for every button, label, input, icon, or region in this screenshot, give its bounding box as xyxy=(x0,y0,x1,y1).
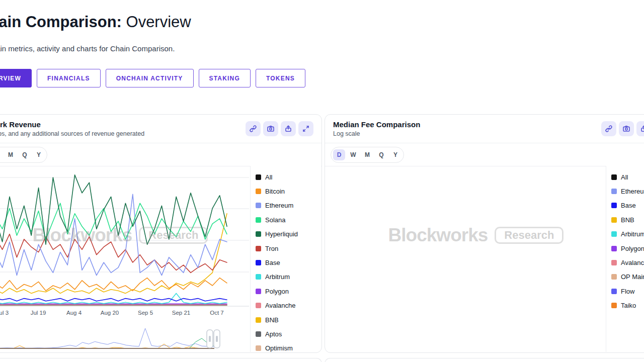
legend-item-polygon[interactable]: Polygon xyxy=(256,284,321,298)
link-icon xyxy=(605,125,613,133)
svg-text:Aug 4: Aug 4 xyxy=(66,310,82,316)
tab-tokens[interactable]: TOKENS xyxy=(256,69,305,87)
legend-item-avalanche[interactable]: Avalanche xyxy=(611,255,644,269)
legend-item-flow[interactable]: Flow xyxy=(611,284,644,298)
time-range-picker: DWMQY xyxy=(331,147,404,163)
legend-item-ethereum[interactable]: Ethereum xyxy=(611,184,644,198)
range-m[interactable]: M xyxy=(361,149,373,160)
range-d[interactable]: D xyxy=(333,149,345,160)
legend-label: Tron xyxy=(265,245,278,252)
card-header: Network Revenue Fees, tips, and any addi… xyxy=(0,115,321,143)
legend-item-ethereum[interactable]: Ethereum xyxy=(256,199,321,213)
legend-label: Base xyxy=(265,259,280,266)
legend-item-base[interactable]: Base xyxy=(611,199,644,213)
legend-item-all[interactable]: All xyxy=(256,170,321,184)
legend-label: Ethereum xyxy=(265,202,293,209)
legend-swatch xyxy=(611,274,617,280)
network-revenue-card: Network Revenue Fees, tips, and any addi… xyxy=(0,114,322,353)
legend-label: Optimism xyxy=(265,344,293,352)
legend-swatch xyxy=(611,246,617,251)
export-icon xyxy=(284,125,292,133)
legend-label: Flow xyxy=(621,288,634,295)
legend-swatch xyxy=(256,189,261,194)
chart-legend: AllBitcoinEthereumSolanaHyperliquidTronB… xyxy=(250,166,321,352)
legend-label: Avalanche xyxy=(265,302,295,309)
export-icon xyxy=(640,125,644,133)
page-title-bold: Chain Comparison: xyxy=(0,13,122,31)
legend-item-bnb[interactable]: BNB xyxy=(611,213,644,227)
legend-label: All xyxy=(621,173,628,181)
screenshot-button[interactable] xyxy=(263,121,278,136)
legend-swatch xyxy=(611,289,617,294)
legend-item-avalanche[interactable]: Avalanche xyxy=(256,299,321,313)
page-title: Chain Comparison: Overview xyxy=(0,13,191,31)
chart-toolbar xyxy=(601,121,644,136)
legend-label: Bitcoin xyxy=(265,188,285,195)
svg-text:Oct 7: Oct 7 xyxy=(210,310,223,316)
legend-swatch xyxy=(256,260,261,265)
camera-icon xyxy=(267,125,275,133)
legend-swatch xyxy=(611,189,617,194)
next-card-left xyxy=(0,358,322,362)
legend-item-aptos[interactable]: Aptos xyxy=(256,327,321,341)
camera-icon xyxy=(622,125,630,133)
legend-item-polygon[interactable]: Polygon xyxy=(611,241,644,255)
chart-subtitle: Fees, tips, and any additional sources o… xyxy=(0,130,144,137)
legend-swatch xyxy=(256,274,261,280)
time-range-picker: DWMQY xyxy=(0,147,47,163)
copy-link-button[interactable] xyxy=(601,121,616,136)
legend-item-tron[interactable]: Tron xyxy=(256,241,321,255)
legend-swatch xyxy=(611,231,617,237)
svg-text:Jul 19: Jul 19 xyxy=(31,310,46,316)
tab-overview[interactable]: OVERVIEW xyxy=(0,69,32,87)
range-q[interactable]: Q xyxy=(19,149,31,160)
svg-text:Jul 3: Jul 3 xyxy=(0,310,9,316)
tab-bar: OVERVIEW FINANCIALS ONCHAIN ACTIVITY STA… xyxy=(0,69,305,87)
legend-item-bnb[interactable]: BNB xyxy=(256,313,321,327)
legend-item-bitcoin[interactable]: Bitcoin xyxy=(256,184,321,198)
range-w[interactable]: W xyxy=(347,149,359,160)
legend-swatch xyxy=(256,246,261,251)
legend-label: Polygon xyxy=(265,288,289,295)
time-range-row: DWMQY xyxy=(0,143,321,166)
legend-label: BNB xyxy=(621,216,634,224)
legend-swatch xyxy=(611,260,617,265)
legend-item-taiko[interactable]: Taiko xyxy=(611,299,644,313)
legend-item-arbitrum[interactable]: Arbitrum xyxy=(256,270,321,284)
legend-swatch xyxy=(611,303,617,308)
median-fee-chart[interactable] xyxy=(325,166,644,352)
legend-swatch xyxy=(256,317,261,323)
legend-item-op-mainnet[interactable]: OP Mainnet xyxy=(611,270,644,284)
tab-onchain-activity[interactable]: ONCHAIN ACTIVITY xyxy=(106,69,194,87)
range-y[interactable]: Y xyxy=(389,149,401,160)
legend-label: Arbitrum xyxy=(265,273,290,281)
chart-toolbar xyxy=(246,121,313,136)
export-data-button[interactable] xyxy=(281,121,296,136)
page-subtitle: Chain metrics, activity and charts for C… xyxy=(0,44,175,53)
legend-item-hyperliquid[interactable]: Hyperliquid xyxy=(256,227,321,241)
legend-item-arbitrum[interactable]: Arbitrum xyxy=(611,227,644,241)
legend-swatch xyxy=(256,231,261,237)
svg-text:Sep 21: Sep 21 xyxy=(172,310,190,316)
expand-button[interactable] xyxy=(298,121,313,136)
copy-link-button[interactable] xyxy=(246,121,261,136)
svg-text:Sep 5: Sep 5 xyxy=(138,310,153,316)
tab-staking[interactable]: STAKING xyxy=(199,69,251,87)
legend-item-solana[interactable]: Solana xyxy=(256,213,321,227)
card-header: Median Fee Comparison Log scale xyxy=(325,115,644,143)
range-q[interactable]: Q xyxy=(375,149,387,160)
expand-icon xyxy=(302,125,310,133)
range-w[interactable]: W xyxy=(0,149,3,160)
legend-swatch xyxy=(256,217,261,223)
range-m[interactable]: M xyxy=(5,149,17,160)
range-y[interactable]: Y xyxy=(33,149,45,160)
screenshot-button[interactable] xyxy=(619,121,634,136)
chart-title: Network Revenue xyxy=(0,120,41,129)
legend-item-all[interactable]: All xyxy=(611,170,644,184)
legend-item-base[interactable]: Base xyxy=(256,255,321,269)
export-data-button[interactable] xyxy=(636,121,644,136)
tab-financials[interactable]: FINANCIALS xyxy=(37,69,101,87)
legend-label: Solana xyxy=(265,216,285,224)
legend-label: Aptos xyxy=(265,330,282,338)
legend-item-optimism[interactable]: Optimism xyxy=(256,341,321,352)
